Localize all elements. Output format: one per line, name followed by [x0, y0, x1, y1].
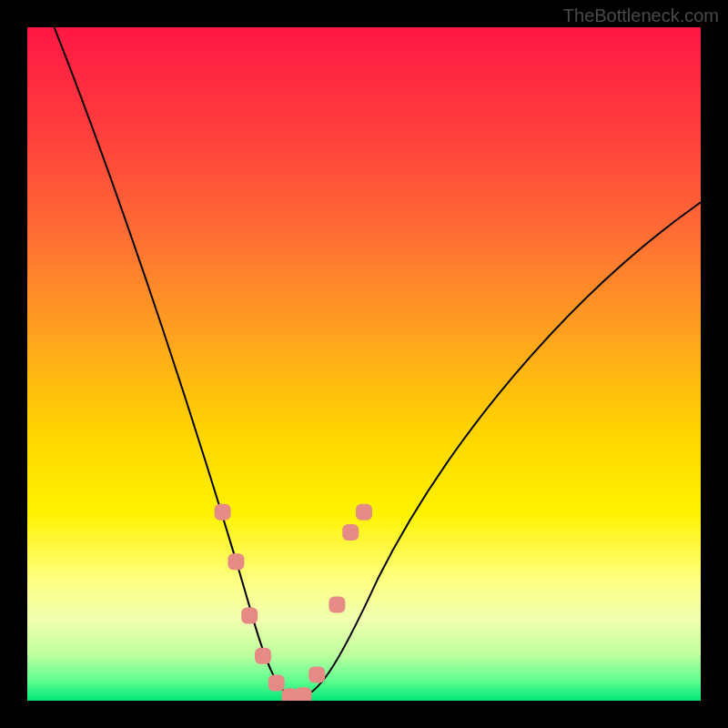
data-marker [356, 504, 372, 521]
chart-container [27, 27, 701, 701]
data-marker [308, 666, 325, 682]
data-marker [241, 607, 258, 623]
data-marker [255, 648, 271, 664]
watermark-text: TheBottleneck.com [563, 5, 719, 26]
data-marker [228, 553, 244, 570]
data-marker [329, 597, 345, 613]
data-marker [295, 687, 311, 701]
data-marker [215, 504, 231, 521]
data-marker [342, 524, 359, 541]
data-markers [27, 27, 701, 701]
data-marker [268, 674, 285, 691]
